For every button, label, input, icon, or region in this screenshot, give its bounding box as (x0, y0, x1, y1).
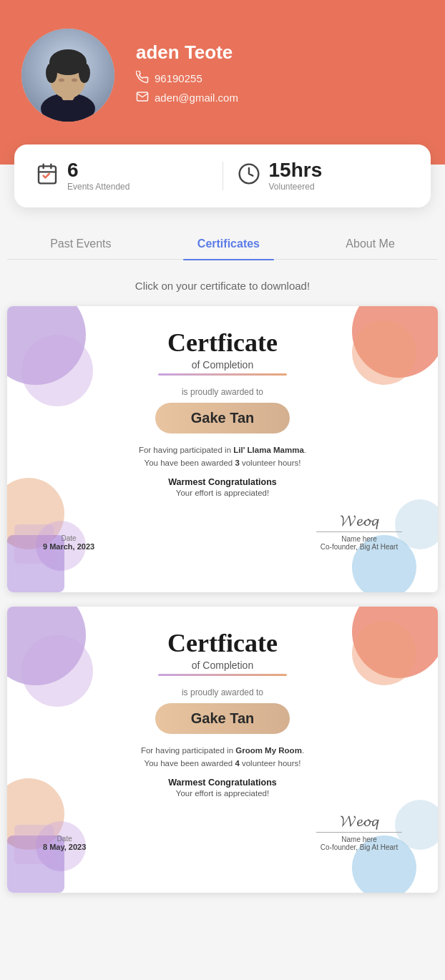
cert-congrats-1: Warmest Congratulations (36, 477, 409, 487)
calendar-icon (36, 162, 59, 190)
cert-appreciation-2: Your effort is appreciated! (36, 789, 409, 798)
certificate-content-1: Certficate of Completion is proudly awar… (36, 328, 409, 551)
cert-congrats-2: Warmest Congratulations (36, 778, 409, 788)
cert-underline-1 (158, 373, 287, 376)
hours-stat: 15hrs Volunteered (238, 160, 410, 192)
cert-footer-2: Date 8 May, 2023 𝓦𝓮𝓸𝓺 Name here Co-found… (36, 812, 409, 851)
cert-body-1: For having participated in Lil' Llama Ma… (36, 444, 409, 470)
profile-email: aden@gmail.com (136, 90, 424, 105)
cert-footer-1: Date 9 March, 2023 𝓦𝓮𝓸𝓺 Name here Co-fou… (36, 511, 409, 551)
phone-number: 96190255 (155, 72, 202, 84)
email-address: aden@gmail.com (155, 92, 238, 104)
cert-awarded-label-1: is proudly awarded to (36, 387, 409, 397)
stats-card: 6 Events Attended 15hrs Volunteered (14, 144, 431, 207)
certificate-1[interactable]: Certficate of Completion is proudly awar… (7, 306, 438, 592)
tabs: Past Events Certificates About Me (7, 229, 438, 260)
clock-icon (238, 162, 260, 190)
stats-divider (222, 162, 223, 190)
svg-point-5 (46, 63, 57, 83)
svg-point-6 (79, 63, 90, 83)
cert-signature-1: 𝓦𝓮𝓸𝓺 Name here Co-founder, Big At Heart (316, 511, 402, 551)
hours-count: 15hrs (269, 160, 323, 180)
email-icon (136, 90, 149, 105)
cert-underline-2 (158, 674, 287, 676)
events-stat: 6 Events Attended (36, 160, 208, 192)
cert-date-2: Date 8 May, 2023 (43, 835, 86, 851)
cert-subtitle-1: of Completion (36, 359, 409, 371)
profile-info: aden Teote 96190255 aden@gmail.com (136, 41, 424, 109)
tab-certificates[interactable]: Certificates (183, 229, 274, 259)
profile-name: aden Teote (136, 41, 424, 64)
cert-subtitle-2: of Completion (36, 660, 409, 671)
tab-about-me[interactable]: About Me (331, 229, 409, 259)
cert-appreciation-1: Your effort is appreciated! (36, 489, 409, 497)
cert-awarded-label-2: is proudly awarded to (36, 687, 409, 697)
cert-recipient-2: Gake Tan (155, 703, 290, 734)
cert-date-1: Date 9 March, 2023 (43, 534, 94, 551)
cert-title-1: Certficate (36, 328, 409, 358)
events-count: 6 (67, 160, 129, 180)
svg-point-7 (59, 79, 64, 82)
avatar (21, 29, 114, 122)
phone-icon (136, 71, 149, 86)
download-hint: Click on your certificate to download! (0, 280, 445, 292)
certificate-content-2: Certficate of Completion is proudly awar… (36, 628, 409, 851)
profile-header: aden Teote 96190255 aden@gmail.com (0, 0, 445, 165)
cert-signature-2: 𝓦𝓮𝓸𝓺 Name here Co-founder, Big At Heart (316, 812, 402, 851)
tab-past-events[interactable]: Past Events (36, 229, 125, 259)
cert-recipient-1: Gake Tan (155, 403, 290, 433)
cert-body-2: For having participated in Groom My Room… (36, 744, 409, 770)
tabs-section: Past Events Certificates About Me (0, 229, 445, 260)
events-label: Events Attended (67, 182, 129, 192)
cert-title-2: Certficate (36, 628, 409, 658)
profile-phone: 96190255 (136, 71, 424, 86)
svg-point-8 (72, 79, 77, 82)
hours-label: Volunteered (269, 182, 323, 192)
certificate-2[interactable]: Certficate of Completion is proudly awar… (7, 607, 438, 893)
